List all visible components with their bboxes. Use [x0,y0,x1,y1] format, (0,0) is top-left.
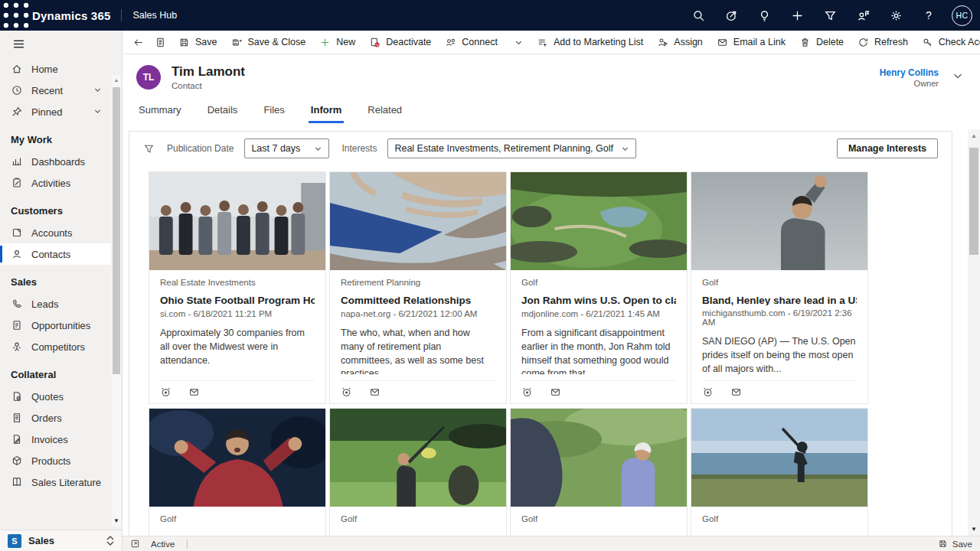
expand-icon[interactable] [130,539,140,549]
scroll-up-arrow-icon[interactable]: ▲ [112,77,121,83]
sidebar-item-orders[interactable]: Orders [0,407,111,429]
sidebar-item-activities[interactable]: Activities [0,172,111,194]
email-icon[interactable] [369,386,381,398]
news-card[interactable]: Golf [329,408,507,536]
tab-files[interactable]: Files [261,104,286,123]
news-title[interactable]: Committeed Relationships [341,295,495,306]
views-icon[interactable] [702,386,714,398]
sitemap-toggle-button[interactable] [0,31,35,57]
connect-button[interactable]: Connect [438,32,505,52]
news-card[interactable]: Golf Bland, Henley share lead in a US Op… [691,171,868,404]
settings-gear-icon[interactable] [883,0,909,31]
news-title[interactable]: Jon Rahm wins U.S. Open to claim first .… [521,295,676,306]
quote-document-icon [11,390,23,403]
news-image-golf-aerial[interactable] [511,172,687,270]
news-category: Real Estate Investments [160,278,315,287]
sidebar-item-recent[interactable]: Recent [0,80,111,101]
news-image-logo[interactable] [330,172,506,270]
tab-details[interactable]: Details [205,104,240,123]
status-bar: Active Save [122,536,980,551]
sidebar-item-invoices[interactable]: Invoices [0,429,111,450]
form-icon[interactable] [149,32,172,52]
news-card[interactable]: Retirement Planning Committeed Relations… [329,171,507,404]
help-icon[interactable]: ? [916,0,942,31]
news-card[interactable]: Golf [691,408,868,536]
sidebar-item-competitors[interactable]: Competitors [0,336,111,357]
scrollbar-thumb[interactable] [113,87,120,374]
interests-dropdown[interactable]: Real Estate Investments, Retirement Plan… [387,139,636,158]
email-icon[interactable] [188,386,200,398]
filter-icon[interactable] [817,0,843,31]
quick-create-plus-icon[interactable] [784,0,810,31]
connect-dropdown-chevron[interactable] [508,32,530,52]
save-button[interactable]: Save [172,32,224,52]
email-icon[interactable] [730,386,742,398]
delete-button[interactable]: Delete [792,32,851,52]
publication-date-dropdown[interactable]: Last 7 days [244,139,329,158]
scrollbar-thumb[interactable] [969,148,978,255]
assign-button[interactable]: Assign [650,32,710,52]
app-title[interactable]: Dynamics 365 [32,9,110,22]
sidebar-item-quotes[interactable]: Quotes [0,386,111,407]
sidebar-item-dashboards[interactable]: Dashboards [0,151,111,172]
sidebar-item-pinned[interactable]: Pinned [0,101,111,122]
chevron-down-icon[interactable] [93,85,111,96]
sidebar-scrollbar[interactable]: ▲ ▼ [112,75,121,527]
sidebar-item-contacts[interactable]: Contacts [0,243,111,265]
tab-summary[interactable]: Summary [136,104,184,123]
views-icon[interactable] [160,386,172,398]
owner-link[interactable]: Henry Collins [880,67,939,78]
check-access-button[interactable]: Check Access [915,32,980,52]
news-title[interactable]: Bland, Henley share lead in a US Open ..… [702,295,857,305]
sidebar-item-products[interactable]: Products [0,450,111,471]
tab-related[interactable]: Related [365,104,404,123]
compass-icon[interactable] [718,0,744,31]
email-a-link-button[interactable]: Email a Link [710,32,792,52]
scroll-down-arrow-icon[interactable]: ▼ [112,517,121,524]
content-pane: Save Save & Close New Deactivate Connect [122,31,980,551]
main-scrollbar[interactable]: ▲ ▼ [968,129,980,536]
sidebar-item-label: Accounts [31,227,72,239]
news-card[interactable]: Real Estate Investments Ohio State Footb… [149,171,326,404]
new-button[interactable]: New [312,32,362,52]
search-icon[interactable] [685,0,711,31]
deactivate-button[interactable]: Deactivate [362,32,438,52]
sidebar-item-leads[interactable]: Leads [0,293,111,315]
save-and-close-button[interactable]: Save & Close [224,32,313,52]
news-image-job-fair[interactable] [149,172,325,270]
scroll-down-arrow-icon[interactable]: ▼ [968,526,980,533]
news-title[interactable]: Ohio State Football Program Hosts Job ..… [160,295,315,306]
views-icon[interactable] [341,386,352,398]
user-avatar[interactable]: HC [952,5,972,26]
views-icon[interactable] [521,386,533,398]
sidebar-item-opportunities[interactable]: Opportunities [0,315,111,336]
sidebar-item-accounts[interactable]: Accounts [0,222,111,243]
add-to-marketing-list-button[interactable]: Add to Marketing List [530,32,650,52]
news-card[interactable]: Golf [149,408,326,536]
waffle-menu-icon[interactable] [0,0,32,31]
sidebar-item-home[interactable]: Home [0,58,111,80]
news-image-golfer-wave[interactable] [691,172,867,270]
area-switcher[interactable]: S Sales [0,530,122,551]
lightbulb-icon[interactable] [751,0,777,31]
news-image-golf-swing[interactable] [330,409,506,507]
back-button[interactable] [127,32,149,52]
news-image-golfer-celebration[interactable] [149,409,325,507]
manage-interests-button[interactable]: Manage Interests [837,139,938,158]
area-title[interactable]: Sales Hub [132,10,177,21]
area-switcher-chevrons-icon[interactable] [106,536,114,546]
statusbar-save-button[interactable]: Save [938,539,972,549]
news-card[interactable]: Golf [510,408,688,536]
news-card[interactable]: Golf Jon Rahm wins U.S. Open to claim fi… [510,171,688,404]
tab-inform[interactable]: Inform [309,104,344,123]
email-icon[interactable] [550,386,561,398]
news-image-golfer-ocean[interactable] [691,409,867,507]
header-collapse-chevron-icon[interactable] [952,70,963,84]
sidebar-item-sales-literature[interactable]: Sales Literature [0,471,111,493]
news-description: The who, what, when and how many of reti… [341,327,495,374]
refresh-button[interactable]: Refresh [851,32,915,52]
feedback-icon[interactable] [850,0,876,31]
chevron-down-icon[interactable] [93,106,111,118]
scroll-up-arrow-icon[interactable]: ▲ [968,132,980,139]
news-image-golfers-walking[interactable] [511,409,687,507]
